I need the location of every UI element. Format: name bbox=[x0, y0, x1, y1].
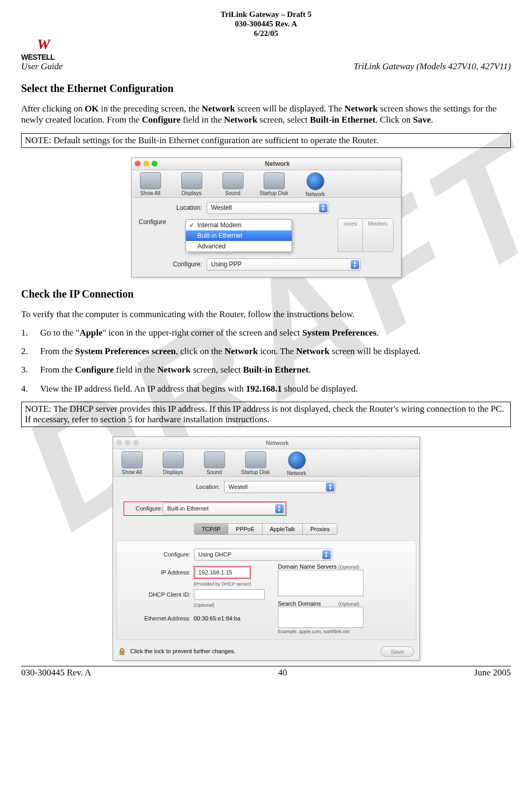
globe-icon bbox=[288, 451, 306, 469]
footer-left: 030-300445 Rev. A bbox=[21, 668, 91, 678]
screenshot-network-dropdown: Network Show All Displays Sound Startup … bbox=[131, 157, 402, 277]
doc-header: TriLink Gateway – Draft 5 030-300445 Rev… bbox=[21, 10, 511, 38]
search-domains-textbox[interactable] bbox=[278, 607, 363, 628]
configure-select[interactable]: Built-in Ethernet▲▼ bbox=[163, 503, 285, 515]
models-label: TriLink Gateway (Models 427V10, 427V11) bbox=[353, 61, 511, 72]
window-title: Network bbox=[157, 160, 398, 168]
ip-address-label: IP Address: bbox=[122, 569, 191, 576]
section-title-ip: Check the IP Connection bbox=[21, 288, 511, 300]
step-4: View the IP address field. An IP address… bbox=[21, 383, 511, 394]
ethernet-address-value: 00:30:65:e1:84:ba bbox=[194, 615, 241, 622]
location-label: Location: bbox=[139, 204, 202, 211]
search-domains-label: Search Domains bbox=[278, 600, 321, 607]
steps-list: Go to the "Apple" icon in the upper-righ… bbox=[21, 327, 511, 394]
screenshot-network-tcpip: Network Show All Displays Sound Startup … bbox=[113, 437, 420, 661]
location-select[interactable]: Westell▲▼ bbox=[224, 481, 336, 493]
tab-tcpip[interactable]: TCP/IP bbox=[194, 523, 228, 535]
configure2-select[interactable]: Using PPP▲▼ bbox=[207, 258, 361, 271]
page-footer: 030-300445 Rev. A 40 June 2005 bbox=[21, 668, 511, 678]
dns-label: Domain Name Servers bbox=[278, 563, 337, 570]
minimize-icon[interactable] bbox=[143, 161, 149, 166]
section-title-ethernet: Select the Ethernet Configuration bbox=[21, 82, 511, 95]
header-line2: 030-300445 Rev. A bbox=[21, 19, 511, 29]
footer-page-number: 40 bbox=[278, 668, 287, 678]
dns-textbox[interactable] bbox=[278, 570, 363, 596]
configure2-label: Configure: bbox=[139, 261, 202, 268]
window-controls[interactable] bbox=[135, 161, 157, 166]
section2-intro: To verify that the computer is communica… bbox=[21, 309, 511, 320]
search-optional: (Optional) bbox=[338, 601, 359, 607]
lock-icon bbox=[118, 647, 126, 656]
configure-dropdown-open[interactable]: Internal Modem Built-in Ethernet Advance… bbox=[185, 219, 292, 252]
ip-note: (Provided by DHCP server) bbox=[194, 581, 268, 587]
toolbar-show-all[interactable]: Show All bbox=[116, 451, 148, 476]
westell-logo: W WESTELL bbox=[21, 40, 79, 61]
header-line1: TriLink Gateway – Draft 5 bbox=[21, 10, 511, 19]
tab-proxies-partial[interactable]: oxies bbox=[338, 218, 363, 252]
dropdown-option-advanced[interactable]: Advanced bbox=[186, 241, 292, 252]
dropdown-option-internal-modem[interactable]: Internal Modem bbox=[186, 220, 292, 230]
step-1: Go to the "Apple" icon in the upper-righ… bbox=[21, 327, 511, 338]
user-guide-label: User Guide bbox=[21, 61, 63, 72]
header-line3: 6/22/05 bbox=[21, 29, 511, 38]
configure-label: Configure bbox=[139, 218, 176, 252]
window-title: Network bbox=[139, 440, 416, 446]
note-box-2: NOTE: The DHCP server provides this IP a… bbox=[21, 402, 511, 427]
close-icon[interactable] bbox=[116, 440, 122, 446]
ip-address-value: 192.168.1.15 bbox=[195, 567, 250, 578]
toolbar-displays[interactable]: Displays bbox=[176, 172, 208, 197]
close-icon[interactable] bbox=[135, 161, 141, 166]
toolbar-show-all[interactable]: Show All bbox=[135, 172, 166, 197]
tab-pppoe[interactable]: PPPoE bbox=[228, 523, 262, 535]
dhcp-client-id-input[interactable] bbox=[194, 589, 265, 600]
step-3: From the Configure field in the Network … bbox=[21, 364, 511, 375]
tab-appletalk[interactable]: AppleTalk bbox=[262, 523, 303, 535]
configure2-label: Configure: bbox=[122, 551, 191, 558]
lock-row[interactable]: Click the lock to prevent further change… bbox=[118, 647, 236, 656]
dropdown-option-built-in-ethernet[interactable]: Built-in Ethernet bbox=[186, 230, 292, 241]
dhcp-client-id-label: DHCP Client ID: bbox=[122, 591, 191, 598]
save-button[interactable]: Save bbox=[380, 646, 414, 657]
zoom-icon[interactable] bbox=[133, 440, 139, 446]
location-select[interactable]: Westell▲▼ bbox=[207, 202, 329, 214]
protocol-tabs[interactable]: TCP/IP PPPoE AppleTalk Proxies bbox=[113, 523, 419, 535]
globe-icon bbox=[306, 172, 324, 190]
configure2-select[interactable]: Using DHCP▲▼ bbox=[194, 549, 332, 561]
tab-proxies[interactable]: Proxies bbox=[302, 523, 338, 535]
location-label: Location: bbox=[196, 484, 220, 490]
footer-right: June 2005 bbox=[474, 668, 511, 678]
footer-rule bbox=[21, 666, 511, 666]
toolbar-startup-disk[interactable]: Startup Disk bbox=[258, 172, 290, 197]
example-note: Example: apple.com, earthlink.net bbox=[278, 629, 410, 634]
toolbar-displays[interactable]: Displays bbox=[157, 451, 189, 476]
section1-paragraph: After clicking on OK in the preceding sc… bbox=[21, 103, 511, 126]
note-box-1: NOTE: Default settings for the Built-in … bbox=[21, 133, 511, 148]
minimize-icon[interactable] bbox=[125, 440, 130, 446]
configure-label: Configure: bbox=[125, 505, 163, 512]
toolbar-sound[interactable]: Sound bbox=[199, 451, 230, 476]
toolbar-network[interactable]: Network bbox=[300, 172, 331, 197]
zoom-icon[interactable] bbox=[152, 161, 157, 166]
toolbar-sound[interactable]: Sound bbox=[217, 172, 249, 197]
toolbar-startup-disk[interactable]: Startup Disk bbox=[240, 451, 272, 476]
ethernet-address-label: Ethernet Address: bbox=[122, 615, 191, 622]
dhcp-note: (Optional) bbox=[194, 602, 268, 608]
dns-optional: (Optional) bbox=[338, 564, 359, 570]
step-2: From the System Preferences screen, clic… bbox=[21, 346, 511, 357]
window-controls[interactable] bbox=[116, 440, 139, 446]
tab-modem[interactable]: Modem bbox=[362, 218, 394, 252]
toolbar-network[interactable]: Network bbox=[281, 451, 313, 476]
